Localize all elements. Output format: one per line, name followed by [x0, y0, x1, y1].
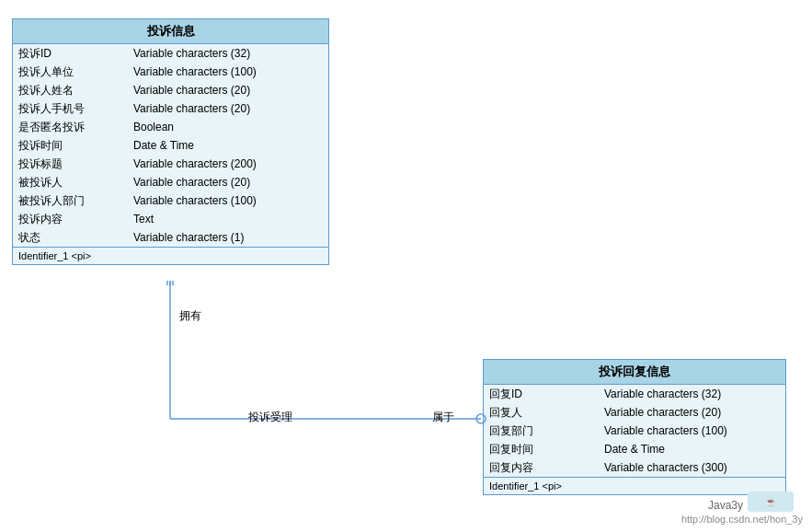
col-type: Variable characters (100) — [133, 64, 319, 80]
col-field: 投诉ID — [18, 45, 97, 62]
col-type: Text — [133, 211, 319, 227]
col-field: 回复部门 — [489, 422, 567, 439]
col-pk — [97, 211, 133, 227]
col-type: Variable characters (32) — [133, 45, 319, 62]
col-pk — [97, 229, 133, 246]
col-pk — [97, 137, 133, 154]
table-reply: 投诉回复信息 回复ID Variable characters (32) 回复人… — [483, 359, 786, 495]
col-type: Variable characters (20) — [604, 404, 776, 421]
col-type: Variable characters (1) — [133, 229, 319, 246]
table2-header: 投诉回复信息 — [484, 360, 785, 385]
col-pk — [97, 45, 133, 62]
col-field: 被投诉人部门 — [18, 192, 97, 209]
col-field: 投诉内容 — [18, 211, 97, 227]
table-complaint: 投诉信息 投诉ID Variable characters (32) 投诉人单位… — [12, 18, 329, 265]
table-row: 回复人 Variable characters (20) — [484, 403, 785, 422]
col-pk — [97, 64, 133, 80]
table-row: 投诉人姓名 Variable characters (20) — [13, 81, 328, 99]
table-row: 投诉时间 Date & Time — [13, 136, 328, 155]
table2-footer: Identifier_1 <pi> — [484, 477, 785, 494]
label-shuyou: 属于 — [432, 410, 454, 425]
col-type: Variable characters (100) — [133, 192, 319, 209]
col-field: 是否匿名投诉 — [18, 119, 97, 135]
col-field: 回复人 — [489, 404, 567, 421]
col-type: Variable characters (300) — [604, 459, 776, 476]
table-row: 回复ID Variable characters (32) — [484, 385, 785, 403]
col-pk — [567, 459, 604, 476]
col-type: Date & Time — [604, 441, 776, 457]
col-field: 投诉人手机号 — [18, 100, 97, 117]
col-type: Variable characters (100) — [604, 422, 776, 439]
col-field: 投诉标题 — [18, 156, 97, 172]
col-type: Variable characters (20) — [133, 82, 319, 98]
table-row: 回复部门 Variable characters (100) — [484, 422, 785, 440]
label-shouling: 投诉受理 — [248, 410, 292, 425]
table1-footer: Identifier_1 <pi> — [13, 247, 328, 264]
col-field: 状态 — [18, 229, 97, 246]
col-pk — [97, 192, 133, 209]
table-row: 投诉内容 Text — [13, 210, 328, 228]
java3y-label: Java3y — [708, 499, 743, 512]
table-row: 被投诉人 Variable characters (20) — [13, 173, 328, 191]
col-pk — [567, 386, 604, 402]
table-row: 投诉ID Variable characters (32) — [13, 44, 328, 63]
table-row: 状态 Variable characters (1) — [13, 228, 328, 247]
col-field: 回复时间 — [489, 441, 567, 457]
col-field: 被投诉人 — [18, 174, 97, 191]
table-row: 投诉标题 Variable characters (200) — [13, 155, 328, 173]
java3y-badge: ☕ — [748, 492, 794, 512]
col-type: Date & Time — [133, 137, 319, 154]
col-pk — [97, 156, 133, 172]
table-row: 回复内容 Variable characters (300) — [484, 458, 785, 477]
col-field: 投诉时间 — [18, 137, 97, 154]
table-row: 投诉人单位 Variable characters (100) — [13, 63, 328, 81]
col-field: 回复ID — [489, 386, 567, 402]
col-type: Boolean — [133, 119, 319, 135]
col-type: Variable characters (200) — [133, 156, 319, 172]
watermark: http://blog.csdn.net/hon_3y — [681, 514, 803, 525]
col-pk — [567, 441, 604, 457]
label-youyou: 拥有 — [179, 308, 201, 324]
col-type: Variable characters (32) — [604, 386, 776, 402]
col-pk — [567, 404, 604, 421]
col-type: Variable characters (20) — [133, 100, 319, 117]
col-field: 回复内容 — [489, 459, 567, 476]
col-type: Variable characters (20) — [133, 174, 319, 191]
table2-rows: 回复ID Variable characters (32) 回复人 Variab… — [484, 385, 785, 477]
col-pk — [97, 174, 133, 191]
col-pk — [97, 100, 133, 117]
col-field: 投诉人姓名 — [18, 82, 97, 98]
col-pk — [97, 119, 133, 135]
table-row: 被投诉人部门 Variable characters (100) — [13, 191, 328, 210]
col-pk — [567, 422, 604, 439]
col-field: 投诉人单位 — [18, 64, 97, 80]
table1-header: 投诉信息 — [13, 19, 328, 44]
table1-rows: 投诉ID Variable characters (32) 投诉人单位 Vari… — [13, 44, 328, 247]
canvas: 投诉信息 投诉ID Variable characters (32) 投诉人单位… — [0, 0, 812, 532]
table-row: 是否匿名投诉 Boolean — [13, 118, 328, 136]
col-pk — [97, 82, 133, 98]
table-row: 投诉人手机号 Variable characters (20) — [13, 99, 328, 118]
table-row: 回复时间 Date & Time — [484, 440, 785, 458]
